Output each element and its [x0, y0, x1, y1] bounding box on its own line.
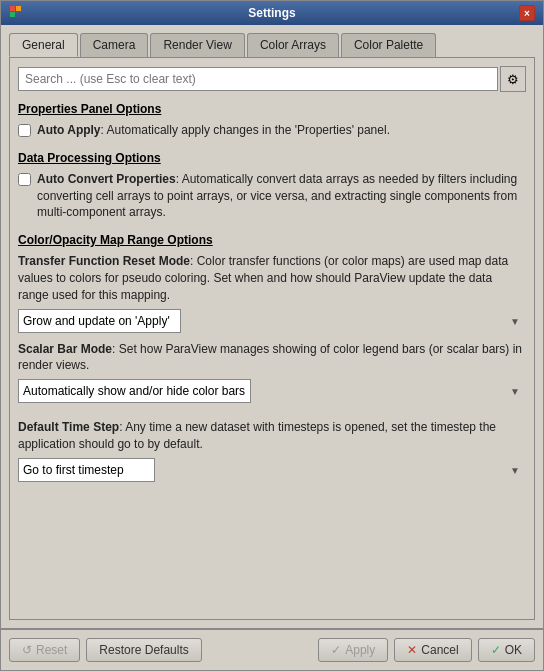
color-opacity-title: Color/Opacity Map Range Options	[18, 233, 526, 247]
tab-camera[interactable]: Camera	[80, 33, 149, 57]
scalar-bar-dropdown[interactable]: Automatically show and/or hide color bar…	[18, 379, 251, 403]
properties-panel-title: Properties Panel Options	[18, 102, 526, 116]
search-input[interactable]	[18, 67, 498, 91]
default-time-step-dropdown[interactable]: Go to first timestep Go to last timestep…	[18, 458, 155, 482]
apply-button[interactable]: Apply	[318, 638, 388, 662]
tab-color-palette[interactable]: Color Palette	[341, 33, 436, 57]
auto-convert-label: Auto Convert Properties	[37, 172, 176, 186]
settings-window: Settings × General Camera Render View Co…	[0, 0, 544, 671]
scalar-bar-dropdown-wrapper: Automatically show and/or hide color bar…	[18, 379, 526, 403]
auto-apply-text: Auto Apply: Automatically apply changes …	[37, 122, 390, 139]
tab-color-arrays[interactable]: Color Arrays	[247, 33, 339, 57]
close-button[interactable]: ×	[519, 5, 535, 21]
transfer-function-label: Transfer Function Reset Mode	[18, 254, 190, 268]
auto-apply-label: Auto Apply	[37, 123, 101, 137]
scalar-bar-label: Scalar Bar Mode	[18, 342, 112, 356]
transfer-function-dropdown-row: Grow and update on 'Apply' Grow and neve…	[18, 309, 526, 333]
default-time-step-dropdown-wrapper: Go to first timestep Go to last timestep…	[18, 458, 526, 482]
gear-icon: ⚙	[507, 72, 519, 87]
reset-label: Reset	[36, 643, 67, 657]
data-processing-section: Data Processing Options Auto Convert Pro…	[18, 151, 526, 225]
svg-rect-0	[10, 6, 15, 11]
scalar-bar-desc: Scalar Bar Mode: Set how ParaView manage…	[18, 341, 526, 375]
ok-button[interactable]: OK	[478, 638, 535, 662]
default-time-step-section: Default Time Step: Any time a new datase…	[18, 419, 526, 490]
transfer-function-dropdown[interactable]: Grow and update on 'Apply' Grow and neve…	[18, 309, 181, 333]
search-row: ⚙	[18, 66, 526, 92]
scalar-bar-dropdown-row: Automatically show and/or hide color bar…	[18, 379, 526, 403]
cancel-button[interactable]: Cancel	[394, 638, 471, 662]
window-title: Settings	[25, 6, 519, 20]
bottom-bar: Reset Restore Defaults Apply Cancel OK	[1, 629, 543, 670]
svg-rect-1	[16, 6, 21, 11]
restore-defaults-button[interactable]: Restore Defaults	[86, 638, 201, 662]
color-opacity-section: Color/Opacity Map Range Options Transfer…	[18, 233, 526, 411]
transfer-function-desc: Transfer Function Reset Mode: Color tran…	[18, 253, 526, 303]
ok-label: OK	[505, 643, 522, 657]
restore-defaults-label: Restore Defaults	[99, 643, 188, 657]
svg-rect-2	[10, 12, 15, 17]
auto-convert-row: Auto Convert Properties: Automatically c…	[18, 171, 526, 221]
search-settings-button[interactable]: ⚙	[500, 66, 526, 92]
tab-general[interactable]: General	[9, 33, 78, 57]
apply-label: Apply	[345, 643, 375, 657]
auto-apply-row: Auto Apply: Automatically apply changes …	[18, 122, 526, 139]
transfer-function-dropdown-wrapper: Grow and update on 'Apply' Grow and neve…	[18, 309, 526, 333]
cancel-icon	[407, 643, 417, 657]
auto-apply-desc: : Automatically apply changes in the 'Pr…	[101, 123, 390, 137]
ok-icon	[491, 643, 501, 657]
tab-bar: General Camera Render View Color Arrays …	[9, 33, 535, 57]
default-time-step-dropdown-row: Go to first timestep Go to last timestep…	[18, 458, 526, 482]
auto-apply-checkbox[interactable]	[18, 124, 31, 137]
default-time-step-desc: Default Time Step: Any time a new datase…	[18, 419, 526, 453]
reset-button[interactable]: Reset	[9, 638, 80, 662]
reset-icon	[22, 643, 32, 657]
bottom-right-buttons: Apply Cancel OK	[318, 638, 535, 662]
cancel-label: Cancel	[421, 643, 458, 657]
auto-convert-text: Auto Convert Properties: Automatically c…	[37, 171, 526, 221]
app-icon	[9, 5, 25, 21]
tab-content-general: ⚙ Properties Panel Options Auto Apply: A…	[9, 57, 535, 620]
apply-icon	[331, 643, 341, 657]
title-bar: Settings ×	[1, 1, 543, 25]
content-area: General Camera Render View Color Arrays …	[1, 25, 543, 628]
data-processing-title: Data Processing Options	[18, 151, 526, 165]
bottom-left-buttons: Reset Restore Defaults	[9, 638, 202, 662]
auto-convert-checkbox[interactable]	[18, 173, 31, 186]
tab-render-view[interactable]: Render View	[150, 33, 244, 57]
properties-panel-section: Properties Panel Options Auto Apply: Aut…	[18, 102, 526, 143]
default-time-step-label: Default Time Step	[18, 420, 119, 434]
